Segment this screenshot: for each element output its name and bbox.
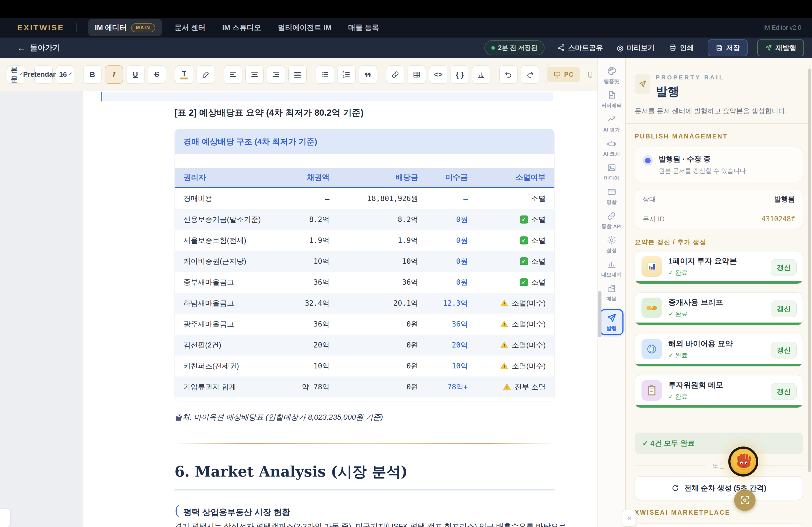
align-justify-button[interactable]: [288, 65, 307, 84]
cell-status: 소멸: [531, 236, 546, 245]
underline-button[interactable]: U: [126, 65, 144, 84]
table-row: 서울보증보험(전세) 1.9억 1.9억 0원 ✓소멸: [175, 230, 554, 251]
highlight-button[interactable]: [197, 65, 215, 84]
italic-button[interactable]: I: [105, 65, 123, 84]
republish-button[interactable]: 재발행: [757, 40, 804, 56]
renew-button[interactable]: 갱신: [771, 383, 797, 400]
rail-item-ai-evaluation[interactable]: AI 평가: [603, 114, 620, 138]
refresh-icon: [671, 484, 679, 492]
rail-item-template[interactable]: 템플릿: [604, 66, 619, 90]
cell-creditor: 중부새마을금고: [184, 277, 262, 287]
rail-item-cover-letter[interactable]: 커버레터: [601, 90, 622, 114]
numbered-list-button[interactable]: 12: [337, 65, 356, 84]
preview-button[interactable]: ◎ 미리보기: [617, 43, 655, 52]
tablet-icon: [586, 71, 594, 78]
save-button[interactable]: 저장: [708, 40, 748, 56]
device-pc-button[interactable]: PC: [547, 67, 580, 82]
publish-management-header: PUBLISH MANAGEMENT: [635, 133, 803, 140]
summary-card-committee-memo: 투자위원회 메모 ✓ 완료 갱신: [635, 375, 803, 408]
align-center-button[interactable]: [245, 65, 264, 84]
font-size-select[interactable]: 16: [56, 65, 74, 84]
screenshot-capture-fab[interactable]: [734, 490, 756, 511]
align-right-button[interactable]: [267, 65, 285, 84]
cell-claim: 10억: [262, 257, 330, 266]
progress-bar: [635, 364, 802, 366]
blockquote-button[interactable]: [359, 65, 377, 84]
save-icon: [715, 44, 723, 51]
link-button[interactable]: [386, 65, 404, 84]
renew-button[interactable]: 갱신: [771, 259, 797, 276]
all-complete-banner: ✓ 4건 모두 완료: [635, 433, 803, 454]
chart-icon: [477, 70, 485, 79]
rail-item-property[interactable]: 매물: [607, 283, 617, 307]
redo-button[interactable]: [521, 65, 539, 84]
panel-scrollbar-thumb[interactable]: [808, 69, 811, 472]
cell-creditor: 광주새마을금고: [184, 319, 262, 329]
panel-collapse-button[interactable]: [622, 510, 636, 526]
strikethrough-button[interactable]: S: [148, 65, 166, 84]
cell-creditor: 키친퍼즈(전세권): [184, 361, 262, 371]
rail-item-business-card[interactable]: 명함: [607, 187, 617, 210]
cell-creditor: 케이비증권(근저당): [184, 257, 262, 266]
align-left-button[interactable]: [224, 65, 242, 84]
nav-tab-im-studio[interactable]: IM 스튜디오: [222, 23, 261, 32]
progress-bar: [635, 405, 802, 408]
font-family-select[interactable]: Pretendard: [34, 65, 53, 84]
check-badge-icon: ✓: [520, 215, 528, 224]
rail-item-publish[interactable]: 발행: [600, 309, 624, 335]
table-row: 가압류권자 합계 약 78억 0원 78억+ 전부 소멸: [175, 376, 554, 397]
renew-button[interactable]: 갱신: [771, 301, 797, 317]
rail-item-media[interactable]: 미디어: [604, 163, 619, 186]
document-icon: [607, 90, 617, 100]
app-version: IM Editor v2.0: [763, 24, 801, 31]
print-icon: [669, 44, 677, 52]
rail-item-api[interactable]: 통합 API: [601, 211, 622, 235]
nav-tab-doc-center[interactable]: 문서 센터: [175, 23, 206, 32]
marketplace-header: XWISEAI MARKETPLACE: [635, 509, 803, 516]
robot-icon: [607, 138, 617, 149]
text-color-icon: T: [180, 70, 188, 79]
paragraph-style-select[interactable]: 본문: [7, 65, 25, 84]
table-button[interactable]: [408, 65, 426, 84]
summary-card-status: ✓ 완료: [668, 310, 723, 318]
text-color-button[interactable]: T: [175, 65, 193, 84]
braces-button[interactable]: { }: [451, 65, 469, 84]
rail-item-settings[interactable]: 설정: [607, 235, 617, 259]
assistant-mascot-button[interactable]: [728, 446, 759, 477]
nav-tab-listing-register[interactable]: 매물 등록: [348, 23, 379, 32]
bullet-list-button[interactable]: [316, 65, 334, 84]
rail-item-ai-coach[interactable]: AI 코치: [603, 138, 620, 162]
smart-share-button[interactable]: 스마트공유: [557, 43, 603, 52]
table-row: 하남새마을금고 32.4억 20.1억 12.3억 소멸(미수): [175, 293, 554, 314]
code-button[interactable]: <>: [429, 65, 447, 84]
cell-creditor: 가압류권자 합계: [184, 382, 262, 392]
link-icon: [606, 211, 617, 221]
document-page[interactable]: [표 2] 예상배당표 요약 (4차 최저가 80.2억 기준) 경매 예상배당…: [83, 91, 597, 527]
editor-scrollbar-thumb[interactable]: [598, 291, 601, 337]
generate-all-button[interactable]: 전체 순차 생성 (5초 간격): [635, 476, 803, 500]
top-black-strip: [0, 0, 812, 18]
cell-status: 소멸(미수): [512, 361, 546, 371]
document-meta-card: 상태 발행됨 문서 ID 4310248f: [635, 189, 803, 229]
cell-unpaid: 12.3억: [418, 298, 468, 308]
renew-button[interactable]: 갱신: [771, 342, 797, 359]
summary-card-overseas-buyer: 해외 바이어용 요약 ✓ 완료 갱신: [635, 334, 803, 366]
selection-band: [103, 92, 553, 102]
rail-item-export[interactable]: 내보내기: [601, 259, 622, 283]
chart-button[interactable]: [472, 65, 490, 84]
cell-dividend: 36억: [330, 277, 418, 287]
undo-button[interactable]: [499, 65, 518, 84]
back-button[interactable]: ← 돌아가기: [17, 43, 60, 53]
bold-button[interactable]: B: [83, 65, 102, 84]
nav-tab-im-editor[interactable]: IM 에디터 MAIN: [88, 19, 162, 36]
editor-canvas: [표 2] 예상배당표 요약 (4차 최저가 80.2억 기준) 경매 예상배당…: [0, 91, 597, 527]
print-button[interactable]: 인쇄: [669, 43, 694, 52]
rail-label: 커버레터: [601, 102, 622, 109]
trend-icon: [607, 114, 617, 124]
nav-tab-multiagent[interactable]: 멀티에이전트 IM: [278, 23, 332, 32]
scan-focus-icon: [740, 495, 750, 506]
bold-icon: B: [90, 70, 95, 79]
cell-dividend: 1.9억: [330, 236, 418, 245]
bullet-list-icon: [321, 70, 329, 79]
dividend-table: 경매 예상배당 구조 (4차 최저가 기준) 권리자 채권액 배당금 미수금 소…: [175, 129, 554, 402]
